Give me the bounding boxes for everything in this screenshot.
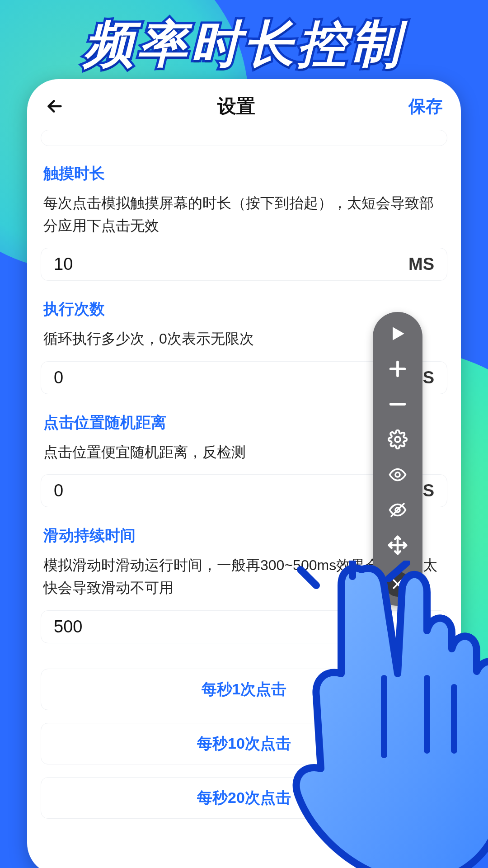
touch-duration-field[interactable]: 10 MS (41, 248, 447, 281)
minus-icon[interactable] (384, 392, 411, 416)
move-icon[interactable] (384, 533, 411, 557)
svg-marker-1 (393, 327, 404, 340)
banner-title: 频率时长控制 (0, 11, 488, 78)
hand-cursor-graphic (249, 561, 488, 868)
plus-icon[interactable] (384, 357, 411, 381)
eye-off-icon[interactable] (384, 498, 411, 522)
svg-point-5 (395, 437, 400, 442)
execution-count-value: 0 (54, 368, 63, 387)
eye-icon[interactable] (384, 463, 411, 486)
svg-point-6 (395, 472, 400, 477)
touch-duration-value: 10 (54, 255, 73, 274)
page-title: 设置 (217, 94, 255, 119)
gear-icon[interactable] (384, 428, 411, 451)
back-icon[interactable] (45, 97, 64, 116)
play-icon[interactable] (384, 322, 411, 345)
save-button[interactable]: 保存 (408, 95, 443, 118)
navbar: 设置 保存 (41, 94, 447, 130)
unit-label: MS (408, 255, 434, 274)
section-title-touch: 触摸时长 (43, 163, 447, 184)
random-distance-value: 0 (54, 481, 63, 500)
svg-line-11 (300, 570, 316, 585)
card-stub (41, 130, 447, 146)
section-desc-touch: 每次点击模拟触摸屏幕的时长（按下到抬起），太短会导致部分应用下点击无效 (43, 192, 445, 237)
swipe-duration-value: 500 (54, 617, 82, 637)
